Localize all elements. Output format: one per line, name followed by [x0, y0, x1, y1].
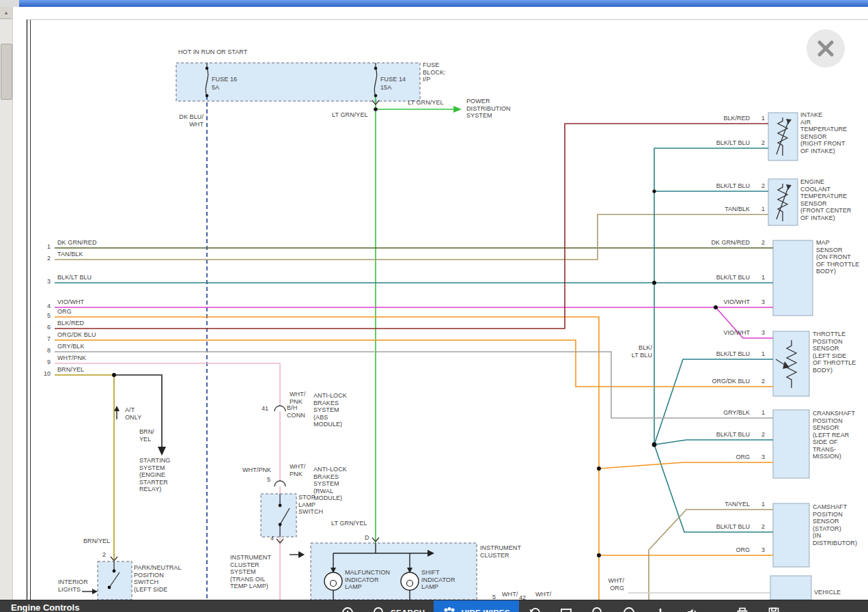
iat-sensor-label: INTAKE AIR TEMPERATURE SENSOR (RIGHT FRO…	[800, 111, 847, 154]
bottom-wht-b-label: WHT/	[535, 591, 551, 598]
chart-button[interactable]	[645, 600, 676, 612]
fuse-block-label: FUSE BLOCK: I/P	[423, 61, 446, 83]
ckp-pin-3: ORG3	[659, 454, 765, 460]
map-pin-3: VIO/WHT3	[659, 298, 765, 305]
junction-dots	[112, 107, 718, 557]
tps-pin-2: ORG/DK BLU2	[659, 378, 765, 385]
wire-1-label: DK GRN/RED	[57, 239, 97, 247]
cmp-pin-2: BLK/LT BLU2	[659, 523, 765, 530]
bottom-toolbar: Engine Controls SEARCH HIDE WIRES	[0, 600, 868, 612]
vehicle-label: VEHICLE	[814, 589, 841, 596]
zoom-in-button[interactable]	[332, 600, 363, 612]
wire-8-label: GRY/BLK	[57, 343, 85, 350]
cmp-sensor-label: CAMSHAFT POSITION SENSOR (STATOR) (IN DI…	[813, 503, 857, 546]
speaker-icon	[685, 606, 699, 612]
ect-pin-2: BLK/LT BLU2	[659, 182, 765, 189]
undo-button[interactable]	[519, 600, 550, 612]
ect-pin-1: TAN/BLK1	[659, 206, 765, 212]
ckp-sensor-label: CRANKSHAFT POSITION SENSOR (LEFT REAR SI…	[813, 410, 855, 460]
wire-6-number: 6	[40, 324, 51, 331]
hide-wires-label: HIDE WIRES	[461, 609, 509, 612]
hot-in-run-label: HOT IN RUN OR START	[178, 48, 247, 56]
print-button[interactable]	[727, 600, 758, 612]
save-button[interactable]	[758, 600, 789, 612]
ckp-pin-1: GRY/BLK1	[659, 409, 765, 416]
wire-3-number: 3	[40, 278, 51, 285]
search-button[interactable]: SEARCH	[363, 600, 434, 612]
brn-yel-bottom-label: BRN/YEL	[83, 538, 110, 545]
stop-lamp-switch-box	[261, 494, 296, 537]
printer-icon	[736, 606, 749, 612]
map-sensor-label: MAP SENSOR (ON FRONT OF THROTTLE BODY)	[816, 239, 859, 275]
scrollbar-thumb[interactable]	[1, 44, 12, 100]
toolbar-icons: SEARCH HIDE WIRES	[332, 600, 789, 612]
at-only-label: A/T ONLY	[125, 406, 141, 421]
search-icon	[372, 606, 386, 612]
conn-5-label: 5	[267, 476, 270, 484]
map-pin-2: DK GRN/RED2	[659, 239, 765, 246]
wire-8-number: 8	[40, 347, 51, 354]
close-icon	[807, 29, 845, 68]
hide-wires-button[interactable]: HIDE WIRES	[434, 600, 518, 612]
brn-yel-mid-label: BRN/ YEL	[139, 428, 154, 443]
wire-blk-red	[55, 124, 768, 329]
d-pin-label: D	[365, 534, 369, 542]
tps-sensor-label: THROTTLE POSITION SENSOR (LEFT SIDE OF T…	[813, 331, 856, 374]
cmp-pin-3: ORG3	[659, 546, 765, 553]
tps-potentiometer-symbol	[776, 340, 796, 388]
mil-label: MALFUNCTION INDICATOR LAMP	[345, 569, 390, 591]
undo-icon	[528, 606, 542, 612]
ckp-pin-2: BLK/LT BLU2	[659, 431, 765, 438]
magnifier-icon	[591, 606, 604, 612]
magnifier-button[interactable]	[582, 600, 613, 612]
wiring-diagram	[0, 0, 868, 612]
wire-5-number: 5	[40, 312, 51, 319]
scroll-up-button[interactable]: ▲	[0, 7, 12, 19]
title-bar-corner	[0, 0, 19, 7]
starting-system-label: STARTING SYSTEM (ENGINE STARTER RELAY)	[139, 457, 170, 493]
wire-2-number: 2	[40, 255, 51, 262]
wire-9-label: WHT/PNK	[57, 354, 86, 362]
page-edge	[27, 19, 868, 600]
lt-grn-yel-bottom-label: LT GRN/YEL	[331, 520, 367, 527]
wire-9-number: 9	[40, 359, 51, 365]
zoom-out-button[interactable]	[613, 600, 645, 612]
instrument-cluster-label: INSTRUMENT CLUSTER	[480, 544, 521, 559]
bottom-wht-a-label: WHT/	[502, 591, 518, 598]
search-label: SEARCH	[391, 609, 425, 612]
hide-wires-icon	[443, 606, 456, 612]
dk-blu-wht-label: DK BLU/ WHT	[164, 113, 204, 128]
fit-page-icon	[559, 606, 573, 612]
lt-grn-yel-left-label: LT GRN/YEL	[332, 111, 368, 119]
wire-7-number: 7	[40, 335, 51, 342]
blk-lt-blu-mid-label: BLK/ LT BLU	[626, 344, 652, 359]
stop-lamp-switch-symbol	[279, 494, 290, 537]
wire-4-label: VIO/WHT	[57, 298, 84, 306]
abs-module-label: ANTI-LOCK BRAKES SYSTEM (ABS MODULE)	[313, 392, 347, 428]
tps-pin-1: BLK/LT BLU1	[659, 350, 765, 357]
audio-button[interactable]	[676, 600, 708, 612]
close-button[interactable]	[807, 29, 845, 68]
conn-41-label: 41	[262, 405, 268, 413]
stop-pin-label: 4	[270, 535, 274, 542]
wire-tan-blk	[55, 214, 768, 260]
wire-gry-blk	[55, 352, 773, 418]
wire-3-label: BLK/LT BLU	[57, 274, 92, 281]
wht-pnk-rwal-label: WHT/ PNK	[290, 463, 305, 477]
fit-page-button[interactable]	[550, 600, 582, 612]
chart-icon	[654, 606, 667, 612]
title-bar	[0, 0, 868, 7]
pn-switch-label: PARK/NEUTRAL POSITION SWITCH (LEFT SIDE	[134, 564, 182, 593]
wire-lt-grn-yel	[376, 96, 462, 543]
wire-2-label: TAN/BLK	[57, 251, 83, 258]
floppy-icon	[767, 606, 781, 612]
thermistor-symbols	[776, 117, 792, 221]
pn-pin-label: 2	[102, 551, 106, 559]
iat-pin-2: BLK/LT BLU2	[659, 139, 765, 146]
vertical-scrollbar[interactable]: ▲	[0, 7, 13, 600]
diagram-viewer-window: ▲	[0, 0, 868, 612]
power-distribution-label: POWER DISTRIBUTION SYSTEM	[466, 98, 511, 120]
annotation-arrows	[82, 406, 305, 594]
fuse14-amp-label: 15A	[380, 84, 391, 92]
zoom-out-icon	[622, 606, 636, 612]
